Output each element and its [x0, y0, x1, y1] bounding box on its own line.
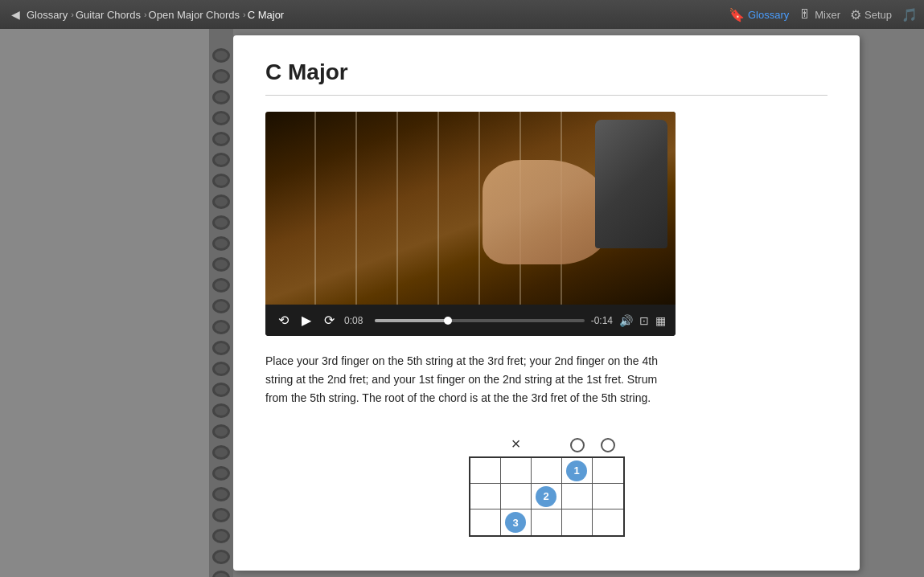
time-remaining: -0:14 [591, 315, 613, 326]
spiral-ring [212, 174, 230, 188]
breadcrumb-arrow-3: › [243, 10, 246, 19]
spiral-ring [212, 571, 230, 577]
finger-2-dot: 2 [536, 486, 556, 507]
string-3-symbol [562, 436, 593, 452]
chord-cell: 1 [562, 458, 593, 484]
spiral-ring [212, 236, 230, 251]
spiral-ring [212, 69, 230, 84]
chord-diagram: × 123 [265, 427, 827, 545]
chord-cell [501, 458, 532, 484]
nav-right: 🔖 Glossary 🎚 Mixer ⚙ Setup 🎵 [729, 7, 918, 23]
chord-cell [532, 458, 562, 484]
chord-cell: 2 [532, 484, 562, 509]
nav-left: ◀ Glossary › Guitar Chords › Open Major … [6, 5, 284, 24]
breadcrumb-c-major-label: C Major [248, 9, 285, 21]
play-button[interactable]: ▶ [298, 311, 314, 329]
captions-icon[interactable]: ▦ [655, 314, 666, 327]
glossary-nav-icon: 🔖 [729, 7, 745, 23]
spiral-ring [212, 90, 230, 104]
chord-cell [562, 484, 593, 509]
chord-row: 3 [470, 509, 623, 535]
spiral-ring [212, 403, 230, 418]
string-1-symbol: × [501, 435, 532, 453]
chord-cell [593, 484, 623, 509]
spiral-ring [212, 278, 230, 293]
screen-icon[interactable]: ⊡ [639, 314, 649, 327]
spiral-ring [212, 132, 230, 146]
main-area: C Major [0, 29, 924, 577]
spiral-ring [212, 299, 230, 313]
volume-icon[interactable]: 🔊 [619, 314, 633, 327]
music-nav-button[interactable]: 🎵 [901, 7, 918, 23]
video-frame[interactable] [265, 112, 676, 305]
spiral-ring [212, 215, 230, 230]
chord-row: 2 [470, 484, 623, 509]
spiral-ring [212, 508, 230, 522]
breadcrumb-c-major[interactable]: C Major [248, 9, 285, 21]
spiral-ring [212, 153, 230, 167]
breadcrumb-glossary-label: Glossary [27, 9, 68, 21]
page-title: C Major [265, 59, 827, 85]
chord-cell [501, 484, 532, 509]
spiral-ring [212, 550, 230, 564]
breadcrumb-arrow-2: › [144, 10, 147, 19]
breadcrumb-glossary[interactable]: Glossary › [27, 9, 74, 21]
spiral-ring [212, 48, 230, 63]
guitar-headstock [595, 120, 667, 248]
chord-cell [470, 484, 501, 509]
breadcrumb-arrow-1: › [71, 10, 74, 19]
hand-overlay [483, 160, 611, 264]
spiral-ring [212, 424, 230, 439]
spiral-sidebar [0, 29, 233, 577]
string-4-symbol [593, 436, 623, 452]
glossary-nav-button[interactable]: 🔖 Glossary [729, 7, 789, 23]
video-container: ⟲ ▶ ⟳ 0:08 -0:14 🔊 ⊡ ▦ [265, 112, 676, 336]
spiral-ring [212, 194, 230, 209]
setup-nav-icon: ⚙ [850, 7, 861, 23]
page-content: C Major [233, 35, 860, 571]
chord-cell [470, 458, 501, 484]
spiral-ring [212, 445, 230, 460]
spiral-ring [212, 111, 230, 125]
spiral-ring [212, 320, 230, 334]
spiral-ring [212, 341, 230, 355]
spiral-ring [212, 487, 230, 501]
chord-cell [593, 509, 623, 535]
breadcrumb-guitar-chords[interactable]: Guitar Chords › [76, 9, 147, 21]
time-current: 0:08 [344, 315, 368, 326]
spiral-ring [212, 529, 230, 543]
video-controls: ⟲ ▶ ⟳ 0:08 -0:14 🔊 ⊡ ▦ [265, 305, 676, 336]
setup-nav-label: Setup [864, 9, 892, 21]
chord-grid: 123 [469, 456, 625, 537]
progress-bar-fill [375, 319, 448, 322]
progress-dot [444, 317, 452, 325]
glossary-nav-label: Glossary [748, 9, 789, 21]
chord-cell [562, 509, 593, 535]
description: Place your 3rd finger on the 5th string … [265, 352, 676, 407]
chord-cell [593, 458, 623, 484]
spiral-strip [209, 29, 233, 577]
chord-top-symbols: × [470, 435, 623, 453]
chord-cell [470, 509, 501, 535]
breadcrumb-open-major[interactable]: Open Major Chords › [149, 9, 246, 21]
setup-nav-button[interactable]: ⚙ Setup [850, 7, 892, 23]
finger-1-dot: 1 [566, 460, 587, 481]
music-nav-icon: 🎵 [901, 7, 918, 23]
rewind-button[interactable]: ⟲ [275, 311, 292, 329]
chord-cell [532, 509, 562, 535]
page-divider [265, 95, 827, 96]
nav-back-button[interactable]: ◀ [6, 5, 25, 24]
spiral-ring [212, 362, 230, 376]
mixer-nav-button[interactable]: 🎚 Mixer [799, 7, 840, 22]
breadcrumb-guitar-chords-label: Guitar Chords [76, 9, 141, 21]
breadcrumb-open-major-label: Open Major Chords [149, 9, 240, 21]
progress-bar[interactable] [375, 319, 585, 322]
chord-row: 1 [470, 458, 623, 484]
mixer-nav-label: Mixer [815, 9, 840, 21]
finger-3-dot: 3 [505, 512, 526, 533]
chord-cell: 3 [501, 509, 532, 535]
forward-button[interactable]: ⟳ [321, 311, 338, 329]
spiral-ring [212, 466, 230, 481]
nav-bar: ◀ Glossary › Guitar Chords › Open Major … [0, 0, 924, 29]
mixer-nav-icon: 🎚 [799, 7, 811, 22]
